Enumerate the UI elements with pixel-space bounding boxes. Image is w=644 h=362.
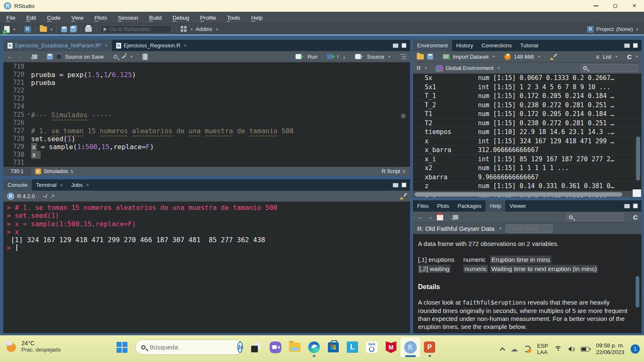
environment-variable-row[interactable]: T1num [1:15] 0.172 0.205 0.214 0.184 … [413,110,641,119]
forward-icon[interactable]: → [16,53,22,60]
chevron-down-icon[interactable]: ▾ [216,27,218,31]
find-icon[interactable] [114,55,117,59]
file-explorer-button[interactable] [288,341,301,354]
vertical-scrollbar-thumb[interactable] [636,137,640,181]
close-icon[interactable]: × [184,43,187,49]
chevron-down-icon[interactable]: ▾ [51,27,53,31]
refresh-icon[interactable]: C [633,214,638,221]
popout-icon[interactable] [453,215,458,220]
chevron-down-icon[interactable]: ▾ [131,54,133,59]
back-icon[interactable]: ← [417,213,423,221]
section-selector[interactable]: Simulados [44,168,68,174]
restore-button[interactable] [605,0,625,12]
list-view-selector[interactable]: List [603,54,611,60]
tab-files[interactable]: Files [413,200,433,212]
back-icon[interactable]: ← [7,53,13,60]
environment-variable-row[interactable]: T_2num [1:15] 0.238 0.272 0.281 0.251 … [413,101,641,110]
import-dataset-icon[interactable] [443,54,449,59]
powerpoint-button[interactable]: P [423,341,436,354]
tab-ejercicios-regresion-r[interactable]: REjercicios_Regresion.R× [112,40,191,51]
file-type-selector[interactable]: R Script [382,168,400,174]
open-file-icon[interactable] [40,26,47,32]
open-directory-icon[interactable]: ↗ [50,193,55,199]
notification-badge[interactable]: 1 [631,344,640,354]
document-outline-icon[interactable] [400,54,406,59]
menu-debug[interactable]: Debug [167,15,195,21]
memory-usage-label[interactable]: 148 MiB [514,54,534,60]
tab-packages[interactable]: Packages [453,200,486,212]
environment-variable-row[interactable]: x_barra312.066666666667 [413,146,641,155]
pane-minimize-icon[interactable] [393,44,398,48]
menu-edit[interactable]: Edit [21,15,42,21]
save-all-icon[interactable] [70,26,76,32]
rerun-icon[interactable] [327,54,333,59]
run-icon[interactable] [296,54,301,59]
code-editor[interactable]: 719720prueba = pexp(1.5,1/6.125)721prueb… [3,62,410,167]
pane-minimize-icon[interactable] [624,44,630,48]
chat-app-button[interactable] [269,341,282,354]
language-indicator[interactable]: ESP LAA [537,343,548,355]
horizontal-scrollbar-thumb[interactable] [415,192,622,197]
forward-icon[interactable]: → [427,213,434,221]
onedrive-icon[interactable]: ☁ [511,345,518,354]
source-on-save-checkbox[interactable] [56,54,62,59]
clock[interactable]: 09:58 p. m. 22/06/2023 [596,342,624,356]
home-icon[interactable] [437,215,443,220]
goto-file-box[interactable] [101,25,172,34]
pane-maximize-icon[interactable] [402,183,406,187]
project-selector[interactable]: R Project: (None) ▾ [587,26,640,33]
menu-plots[interactable]: Plots [89,15,112,21]
new-project-icon[interactable]: R [24,26,31,33]
menu-session[interactable]: Session [112,15,143,21]
print-icon[interactable] [85,27,92,32]
menu-tools[interactable]: Tools [222,15,246,21]
source-button[interactable]: Source [367,54,384,60]
battery-icon[interactable] [581,347,589,352]
minimize-button[interactable] [586,0,605,12]
microsoft-store-button[interactable] [327,341,340,354]
run-button[interactable]: Run [307,54,317,60]
pane-minimize-icon[interactable] [624,204,630,208]
chevron-down-icon[interactable]: ▾ [191,27,193,31]
volume-icon[interactable]: )) [568,346,574,352]
menu-file[interactable]: File [1,15,21,21]
working-directory[interactable]: ~/ [42,193,47,199]
tab-jobs[interactable]: Jobs× [67,179,93,191]
vertical-scrollbar-thumb[interactable] [636,276,639,308]
previous-chunk-icon[interactable]: ↑ [336,53,339,60]
tab-terminal[interactable]: Terminal× [32,179,67,191]
memory-usage-icon[interactable] [504,54,511,60]
lightshot-button[interactable]: L [346,341,359,354]
tab-connections[interactable]: Connections [477,40,516,51]
environment-scope-selector[interactable]: Global Environment [446,65,493,71]
environment-variable-row[interactable]: Sx1int [1:15] 1 2 3 4 5 6 7 8 9 10 ... [413,83,641,92]
tab-tutorial[interactable]: Tutorial [516,40,543,51]
tab-environment[interactable]: Environment [413,40,452,51]
addins-menu[interactable]: Addins [196,26,213,32]
save-icon[interactable] [47,54,53,59]
bing-icon[interactable]: b [237,341,243,353]
sync-icon[interactable] [524,346,531,352]
environment-variable-row[interactable]: znum [1:15] 0.14 0.331 0.361 0.381 0… [413,182,641,191]
environment-variable-row[interactable]: x_iint [1:15] 85 129 167 187 270 277 2… [413,155,641,164]
find-in-topic-input[interactable] [509,225,551,231]
tab-help[interactable]: Help [486,200,505,212]
new-file-icon[interactable] [4,26,10,33]
menu-code[interactable]: Code [42,15,66,21]
chevron-down-icon[interactable]: ▾ [388,54,390,59]
fold-arrow-icon[interactable]: ▾ [28,112,30,116]
refresh-icon[interactable]: C [627,53,632,60]
close-icon[interactable]: × [105,43,108,49]
close-icon[interactable]: × [60,182,63,188]
chevron-down-icon[interactable]: ▾ [425,66,427,70]
menu-build[interactable]: Build [143,15,167,21]
environment-variable-row[interactable]: x2num [1:15] 1 1 1 1 1 ... [413,164,641,173]
menu-view[interactable]: View [66,15,89,21]
task-view-button[interactable] [249,341,262,354]
pane-maximize-icon[interactable] [402,43,406,48]
menu-profile[interactable]: Profile [195,15,221,21]
tab-plots[interactable]: Plots [433,200,453,212]
weather-widget[interactable]: 24°C Prac. despejado [5,340,61,353]
help-search-input[interactable] [575,214,621,220]
compile-report-icon[interactable] [142,54,148,60]
